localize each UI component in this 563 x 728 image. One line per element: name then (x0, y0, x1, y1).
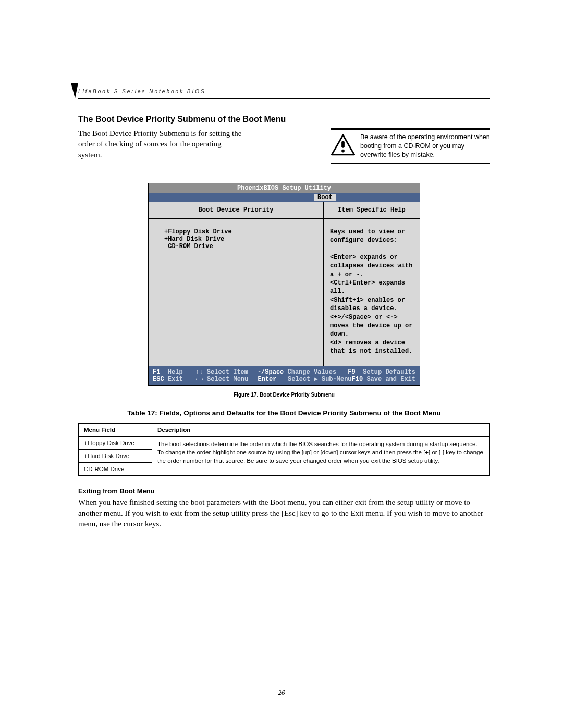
table-description-cell: The boot selections determine the order … (152, 437, 490, 476)
table-title: Table 17: Fields, Options and Defaults f… (78, 409, 490, 417)
svg-point-1 (341, 150, 345, 153)
bios-right-title: Item Specific Help (324, 202, 420, 218)
header-rule (78, 98, 490, 99)
warning-icon (331, 133, 355, 159)
bios-title: PhoenixBIOS Setup Utility (149, 183, 420, 193)
bios-device-list: +Floppy Disk Drive +Hard Disk Drive CD-R… (149, 219, 323, 357)
warning-text: Be aware of the operating environment wh… (360, 133, 490, 159)
bios-help-text: Keys used to view orconfigure devices: <… (324, 219, 420, 366)
th-description: Description (152, 424, 490, 437)
corner-tick-icon (71, 83, 78, 98)
page-number: 26 (0, 688, 563, 697)
fields-table: Menu Field Description +Floppy Disk Driv… (78, 423, 490, 476)
warning-callout: Be aware of the operating environment wh… (331, 128, 490, 164)
intro-paragraph: The Boot Device Priority Submenu is for … (78, 128, 245, 160)
bios-footer: F1 Help ↑↓ Select Item -/Space Change Va… (149, 366, 420, 386)
table-row: +Floppy Disk Drive (79, 437, 152, 450)
running-head: LifeBook S Series Notebook BIOS (78, 89, 206, 94)
table-row: CD-ROM Drive (79, 463, 152, 476)
table-row: +Hard Disk Drive (79, 450, 152, 463)
bios-active-tab: Boot (314, 194, 336, 201)
exit-paragraph: When you have finished setting the boot … (78, 497, 490, 529)
bios-left-title: Boot Device Priority (149, 202, 323, 218)
exit-heading: Exiting from Boot Menu (78, 487, 490, 495)
svg-rect-0 (341, 141, 345, 148)
bios-screenshot: PhoenixBIOS Setup Utility Boot Boot Devi… (148, 183, 420, 386)
section-title: The Boot Device Priority Submenu of the … (78, 115, 490, 124)
figure-caption: Figure 17. Boot Device Priority Submenu (78, 392, 490, 398)
th-menu-field: Menu Field (79, 424, 152, 437)
bios-menubar: Boot (149, 193, 420, 202)
